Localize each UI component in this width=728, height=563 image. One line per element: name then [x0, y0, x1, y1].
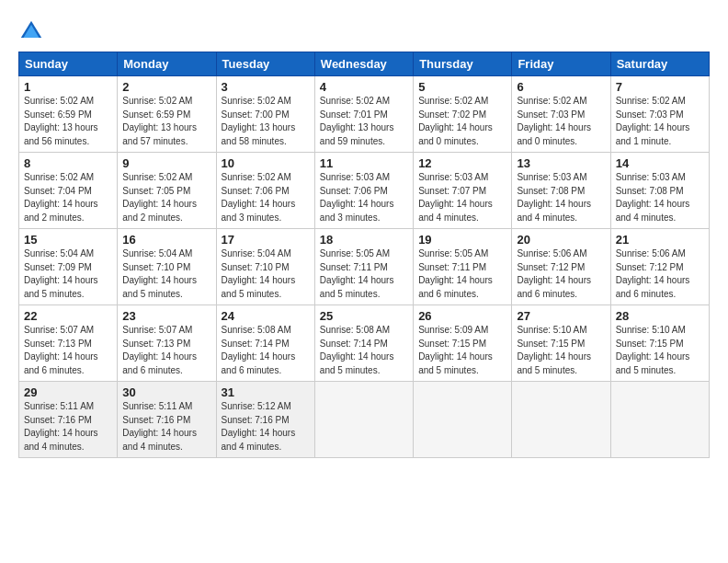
day-info: Sunrise: 5:10 AMSunset: 7:15 PMDaylight:… [517, 324, 605, 377]
day-number: 18 [320, 233, 408, 247]
day-cell: 11Sunrise: 5:03 AMSunset: 7:06 PMDayligh… [314, 153, 413, 229]
day-number: 16 [122, 233, 210, 247]
calendar-header: SundayMondayTuesdayWednesdayThursdayFrid… [19, 52, 710, 76]
day-number: 21 [616, 233, 704, 247]
day-cell: 21Sunrise: 5:06 AMSunset: 7:12 PMDayligh… [610, 229, 709, 305]
day-number: 23 [122, 309, 210, 323]
day-number: 30 [122, 385, 210, 399]
day-info: Sunrise: 5:09 AMSunset: 7:15 PMDaylight:… [418, 324, 506, 377]
day-info: Sunrise: 5:12 AMSunset: 7:16 PMDaylight:… [222, 400, 310, 454]
day-number: 15 [24, 233, 112, 247]
day-info: Sunrise: 5:02 AMSunset: 7:03 PMDaylight:… [517, 95, 605, 148]
day-cell: 8Sunrise: 5:02 AMSunset: 7:04 PMDaylight… [19, 153, 118, 229]
day-cell: 26Sunrise: 5:09 AMSunset: 7:15 PMDayligh… [414, 305, 512, 382]
day-info: Sunrise: 5:08 AMSunset: 7:14 PMDaylight:… [320, 324, 408, 377]
day-cell: 2Sunrise: 5:02 AMSunset: 6:59 PMDaylight… [118, 76, 216, 153]
day-cell: 5Sunrise: 5:02 AMSunset: 7:02 PMDaylight… [414, 76, 512, 153]
header-day-friday: Friday [512, 52, 610, 76]
day-number: 29 [24, 385, 112, 399]
day-cell: 29Sunrise: 5:11 AMSunset: 7:16 PMDayligh… [19, 382, 118, 458]
day-info: Sunrise: 5:04 AMSunset: 7:10 PMDaylight:… [222, 247, 310, 301]
day-number: 13 [517, 156, 605, 170]
day-info: Sunrise: 5:08 AMSunset: 7:14 PMDaylight:… [222, 324, 310, 377]
day-cell: 20Sunrise: 5:06 AMSunset: 7:12 PMDayligh… [512, 229, 610, 305]
day-cell: 19Sunrise: 5:05 AMSunset: 7:11 PMDayligh… [414, 229, 512, 305]
day-cell: 23Sunrise: 5:07 AMSunset: 7:13 PMDayligh… [118, 305, 216, 382]
day-cell: 27Sunrise: 5:10 AMSunset: 7:15 PMDayligh… [512, 305, 610, 382]
day-info: Sunrise: 5:02 AMSunset: 7:03 PMDaylight:… [616, 95, 704, 148]
header-day-tuesday: Tuesday [216, 52, 314, 76]
day-cell: 18Sunrise: 5:05 AMSunset: 7:11 PMDayligh… [314, 229, 413, 305]
calendar-body: 1Sunrise: 5:02 AMSunset: 6:59 PMDaylight… [19, 76, 710, 458]
day-info: Sunrise: 5:06 AMSunset: 7:12 PMDaylight:… [517, 247, 605, 301]
day-info: Sunrise: 5:04 AMSunset: 7:09 PMDaylight:… [24, 247, 112, 301]
header [18, 15, 710, 44]
day-cell: 17Sunrise: 5:04 AMSunset: 7:10 PMDayligh… [216, 229, 314, 305]
header-day-monday: Monday [118, 52, 216, 76]
week-row-2: 8Sunrise: 5:02 AMSunset: 7:04 PMDaylight… [19, 153, 710, 229]
day-number: 17 [222, 233, 310, 247]
day-cell: 16Sunrise: 5:04 AMSunset: 7:10 PMDayligh… [118, 229, 216, 305]
day-cell: 25Sunrise: 5:08 AMSunset: 7:14 PMDayligh… [314, 305, 413, 382]
day-info: Sunrise: 5:02 AMSunset: 7:04 PMDaylight:… [24, 171, 112, 224]
week-row-5: 29Sunrise: 5:11 AMSunset: 7:16 PMDayligh… [19, 382, 710, 458]
day-info: Sunrise: 5:11 AMSunset: 7:16 PMDaylight:… [122, 400, 210, 454]
day-number: 19 [418, 233, 506, 247]
day-number: 31 [222, 385, 310, 399]
day-info: Sunrise: 5:03 AMSunset: 7:08 PMDaylight:… [517, 171, 605, 224]
day-info: Sunrise: 5:02 AMSunset: 6:59 PMDaylight:… [122, 95, 210, 148]
header-day-wednesday: Wednesday [314, 52, 413, 76]
day-cell: 9Sunrise: 5:02 AMSunset: 7:05 PMDaylight… [118, 153, 216, 229]
day-number: 11 [320, 156, 408, 170]
logo-icon [18, 18, 44, 44]
day-number: 24 [222, 309, 310, 323]
day-number: 28 [616, 309, 704, 323]
logo [18, 18, 48, 44]
day-cell: 24Sunrise: 5:08 AMSunset: 7:14 PMDayligh… [216, 305, 314, 382]
day-number: 6 [517, 80, 605, 94]
day-info: Sunrise: 5:03 AMSunset: 7:08 PMDaylight:… [616, 171, 704, 224]
day-number: 5 [418, 80, 506, 94]
day-cell: 22Sunrise: 5:07 AMSunset: 7:13 PMDayligh… [19, 305, 118, 382]
day-info: Sunrise: 5:02 AMSunset: 7:05 PMDaylight:… [122, 171, 210, 224]
week-row-4: 22Sunrise: 5:07 AMSunset: 7:13 PMDayligh… [19, 305, 710, 382]
day-info: Sunrise: 5:02 AMSunset: 7:06 PMDaylight:… [222, 171, 310, 224]
day-info: Sunrise: 5:05 AMSunset: 7:11 PMDaylight:… [418, 247, 506, 301]
day-info: Sunrise: 5:02 AMSunset: 7:00 PMDaylight:… [222, 95, 310, 148]
day-cell: 15Sunrise: 5:04 AMSunset: 7:09 PMDayligh… [19, 229, 118, 305]
calendar: SundayMondayTuesdayWednesdayThursdayFrid… [18, 52, 710, 458]
day-info: Sunrise: 5:06 AMSunset: 7:12 PMDaylight:… [616, 247, 704, 301]
day-cell: 31Sunrise: 5:12 AMSunset: 7:16 PMDayligh… [216, 382, 314, 458]
day-cell: 4Sunrise: 5:02 AMSunset: 7:01 PMDaylight… [314, 76, 413, 153]
day-number: 4 [320, 80, 408, 94]
day-info: Sunrise: 5:10 AMSunset: 7:15 PMDaylight:… [616, 324, 704, 377]
day-number: 9 [122, 156, 210, 170]
day-cell: 14Sunrise: 5:03 AMSunset: 7:08 PMDayligh… [610, 153, 709, 229]
day-number: 26 [418, 309, 506, 323]
day-info: Sunrise: 5:05 AMSunset: 7:11 PMDaylight:… [320, 247, 408, 301]
day-info: Sunrise: 5:03 AMSunset: 7:07 PMDaylight:… [418, 171, 506, 224]
day-number: 10 [222, 156, 310, 170]
day-info: Sunrise: 5:02 AMSunset: 7:01 PMDaylight:… [320, 95, 408, 148]
day-number: 25 [320, 309, 408, 323]
day-info: Sunrise: 5:07 AMSunset: 7:13 PMDaylight:… [24, 324, 112, 377]
day-cell [512, 382, 610, 458]
day-cell [414, 382, 512, 458]
day-number: 8 [24, 156, 112, 170]
header-day-sunday: Sunday [19, 52, 118, 76]
header-row: SundayMondayTuesdayWednesdayThursdayFrid… [19, 52, 710, 76]
day-cell: 3Sunrise: 5:02 AMSunset: 7:00 PMDaylight… [216, 76, 314, 153]
day-info: Sunrise: 5:02 AMSunset: 6:59 PMDaylight:… [24, 95, 112, 148]
day-cell: 10Sunrise: 5:02 AMSunset: 7:06 PMDayligh… [216, 153, 314, 229]
day-cell: 28Sunrise: 5:10 AMSunset: 7:15 PMDayligh… [610, 305, 709, 382]
week-row-3: 15Sunrise: 5:04 AMSunset: 7:09 PMDayligh… [19, 229, 710, 305]
week-row-1: 1Sunrise: 5:02 AMSunset: 6:59 PMDaylight… [19, 76, 710, 153]
page: SundayMondayTuesdayWednesdayThursdayFrid… [0, 0, 728, 563]
day-info: Sunrise: 5:02 AMSunset: 7:02 PMDaylight:… [418, 95, 506, 148]
header-day-saturday: Saturday [610, 52, 709, 76]
day-cell: 12Sunrise: 5:03 AMSunset: 7:07 PMDayligh… [414, 153, 512, 229]
day-number: 12 [418, 156, 506, 170]
day-cell: 7Sunrise: 5:02 AMSunset: 7:03 PMDaylight… [610, 76, 709, 153]
day-info: Sunrise: 5:04 AMSunset: 7:10 PMDaylight:… [122, 247, 210, 301]
day-number: 3 [222, 80, 310, 94]
